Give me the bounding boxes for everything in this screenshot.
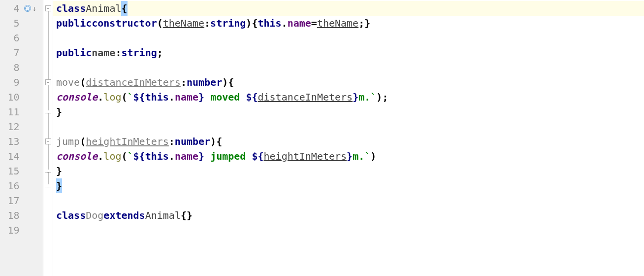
template: }	[198, 90, 204, 104]
colon: :	[169, 134, 175, 149]
code-line[interactable]: jump(heightInMeters: number) {	[53, 134, 644, 149]
semicolon: ;	[157, 45, 163, 60]
type: number	[175, 134, 210, 149]
line-number: 13	[0, 136, 23, 147]
keyword: this	[145, 90, 169, 104]
line-number: 10	[0, 91, 23, 103]
brace: }	[56, 104, 62, 119]
gutter-line: 4 ↓	[0, 1, 43, 16]
fold-toggle-icon[interactable]: −	[45, 138, 51, 144]
template: }	[353, 90, 358, 104]
code-line[interactable]: public name: string;	[53, 45, 644, 60]
parameter: heightInMeters	[86, 134, 169, 149]
string: `	[128, 149, 133, 164]
line-number: 12	[0, 121, 23, 133]
keyword: class	[56, 208, 86, 223]
code-line[interactable]	[53, 223, 644, 238]
code-line[interactable]: class Dog extends Animal {}	[53, 208, 644, 223]
fold-toggle-icon[interactable]: −	[45, 5, 51, 11]
class-name: Animal	[86, 1, 121, 16]
code-line[interactable]: class Animal {	[53, 1, 644, 16]
field: name	[92, 45, 115, 60]
parameter: heightInMeters	[264, 149, 347, 164]
line-number: 11	[0, 106, 23, 118]
semicolon: ;	[358, 16, 364, 31]
dot: .	[169, 90, 175, 104]
paren: (	[80, 134, 86, 149]
code-line[interactable]: }	[53, 178, 644, 193]
paren: )	[246, 16, 252, 31]
brace: {	[252, 16, 258, 31]
dot: .	[282, 16, 288, 31]
code-editor: 4 ↓ 5 6 7 8 9 10 11 12 13 14 15 16 17 18…	[0, 0, 644, 276]
colon: :	[181, 75, 187, 90]
line-number: 14	[0, 150, 23, 162]
keyword: public	[56, 45, 92, 60]
dot: .	[97, 90, 103, 104]
brace: {	[181, 208, 187, 223]
down-arrow-icon[interactable]: ↓	[32, 5, 36, 12]
template: }	[198, 149, 204, 164]
field: name	[175, 149, 198, 164]
method: log	[103, 90, 121, 104]
parameter: distanceInMeters	[86, 75, 181, 90]
line-number: 9	[0, 76, 23, 88]
line-number: 17	[0, 195, 23, 207]
string: moved	[204, 90, 246, 104]
type: number	[187, 75, 222, 90]
code-area[interactable]: class Animal { public constructor(theNam…	[53, 0, 644, 276]
template: ${	[246, 90, 258, 104]
brace: }	[56, 164, 62, 178]
brace-close: }	[56, 178, 62, 193]
field: name	[175, 90, 198, 104]
keyword: extends	[103, 208, 145, 223]
paren: )	[222, 75, 228, 90]
code-line[interactable]	[53, 60, 644, 75]
code-line[interactable]: console.log(`${this.name} jumped ${heigh…	[53, 149, 644, 164]
colon: :	[204, 16, 210, 31]
code-line[interactable]: }	[53, 104, 644, 119]
brace: }	[364, 16, 370, 31]
semicolon: ;	[382, 90, 388, 104]
fold-end-icon[interactable]: −	[45, 184, 51, 187]
keyword: constructor	[92, 16, 157, 31]
fold-end-icon[interactable]: −	[45, 170, 51, 172]
brace: }	[187, 208, 193, 223]
colon: :	[115, 45, 121, 60]
type: string	[121, 45, 157, 60]
type: string	[210, 16, 246, 31]
template: }	[347, 149, 353, 164]
class-name: Dog	[86, 208, 103, 223]
code-line[interactable]	[53, 119, 644, 134]
fold-strip: − − − − − −	[43, 0, 53, 276]
method-name: jump	[56, 134, 80, 149]
field: name	[288, 16, 311, 31]
gutter: 4 ↓ 5 6 7 8 9 10 11 12 13 14 15 16 17 18…	[0, 0, 43, 276]
paren: )	[210, 134, 216, 149]
fold-toggle-icon[interactable]: −	[45, 79, 51, 85]
string: m.	[353, 149, 364, 164]
paren: (	[80, 75, 86, 90]
code-line[interactable]: }	[53, 164, 644, 178]
paren: (	[157, 16, 163, 31]
parameter: theName	[317, 16, 358, 31]
template: ${	[252, 149, 263, 164]
parameter: theName	[163, 16, 204, 31]
brace-open: {	[121, 1, 127, 16]
line-number: 7	[0, 47, 23, 59]
gutter-icons: ↓	[23, 5, 43, 12]
parameter: distanceInMeters	[258, 90, 353, 104]
dot: .	[97, 149, 103, 164]
fold-end-icon[interactable]: −	[45, 110, 51, 113]
code-line[interactable]	[53, 31, 644, 45]
paren: (	[121, 90, 127, 104]
string: `	[364, 149, 370, 164]
keyword: class	[56, 1, 86, 16]
implementations-icon[interactable]	[24, 5, 31, 12]
dot: .	[169, 149, 175, 164]
code-line[interactable]: move(distanceInMeters: number) {	[53, 75, 644, 90]
code-line[interactable]: public constructor(theName: string) { th…	[53, 16, 644, 31]
code-line[interactable]: console.log(`${this.name} moved ${distan…	[53, 90, 644, 104]
code-line[interactable]	[53, 193, 644, 208]
line-number: 4	[0, 2, 23, 14]
